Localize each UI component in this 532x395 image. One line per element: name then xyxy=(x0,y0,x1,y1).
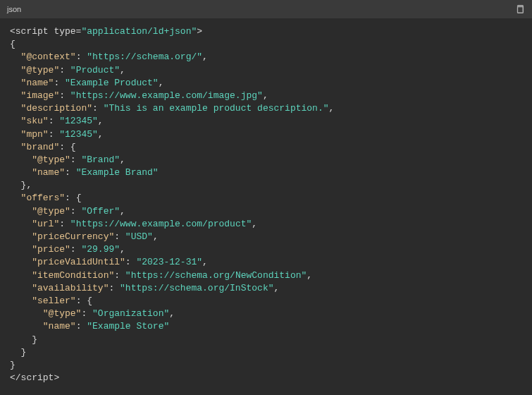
code-line: } xyxy=(10,359,522,372)
script-open-end: > xyxy=(197,26,202,37)
code-line: "image": "https://www.example.com/image.… xyxy=(10,90,522,102)
code-line: "itemCondition": "https://schema.org/New… xyxy=(10,269,522,282)
key-price-valid-until: "priceValidUntil" xyxy=(32,257,125,267)
key-seller-name: "name" xyxy=(43,321,76,332)
val-type: "Product" xyxy=(70,65,120,75)
code-line: "name": "Example Product", xyxy=(10,77,522,90)
val-seller-name: "Example Store" xyxy=(87,321,169,332)
code-line: "seller": { xyxy=(10,295,522,308)
val-context: "https://schema.org/" xyxy=(87,51,202,62)
code-line: "@context": "https://schema.org/", xyxy=(10,51,522,63)
code-block-header: json xyxy=(0,0,532,18)
val-price-currency: "USD" xyxy=(125,231,153,242)
code-line: "brand": { xyxy=(10,141,522,154)
code-line: "sku": "12345", xyxy=(10,115,522,128)
val-image: "https://www.example.com/image.jpg" xyxy=(70,90,263,101)
val-name: "Example Product" xyxy=(65,78,159,88)
key-brand: "brand" xyxy=(21,142,60,152)
key-image: "image" xyxy=(21,90,60,101)
key-price-currency: "priceCurrency" xyxy=(32,231,114,242)
val-offer-type: "Offer" xyxy=(81,206,120,217)
language-label: json xyxy=(7,5,21,13)
code-line: "priceCurrency": "USD", xyxy=(10,231,522,243)
val-seller-type: "Organization" xyxy=(92,308,169,319)
key-availability: "availability" xyxy=(32,283,109,293)
code-line: } xyxy=(10,346,522,359)
code-line: "@type": "Brand", xyxy=(10,154,522,166)
script-close: </script> xyxy=(10,372,59,383)
code-line: </script> xyxy=(10,372,522,384)
key-item-condition: "itemCondition" xyxy=(32,270,114,281)
code-line: "@type": "Offer", xyxy=(10,205,522,218)
code-line: "availability": "https://schema.org/InSt… xyxy=(10,282,522,295)
key-context: "@context" xyxy=(21,51,76,62)
key-brand-type: "@type" xyxy=(32,154,70,165)
code-line: "name": "Example Brand" xyxy=(10,166,522,179)
svg-rect-0 xyxy=(518,7,524,13)
val-sku: "12345" xyxy=(59,116,98,126)
key-offer-type: "@type" xyxy=(32,206,70,217)
val-mpn: "12345" xyxy=(59,129,98,140)
val-description: "This is an example product description.… xyxy=(104,103,329,114)
key-mpn: "mpn" xyxy=(21,129,49,140)
key-name: "name" xyxy=(21,78,54,88)
key-seller-type: "@type" xyxy=(43,308,82,319)
script-type: "application/ld+json" xyxy=(81,26,197,37)
code-line: "offers": { xyxy=(10,192,522,205)
code-line: { xyxy=(10,38,522,51)
val-price-valid-until: "2023-12-31" xyxy=(136,257,202,267)
val-brand-type: "Brand" xyxy=(81,154,120,165)
val-url: "https://www.example.com/product" xyxy=(70,219,252,229)
val-price: "29.99" xyxy=(81,244,120,255)
code-block: <script type="application/ld+json"> { "@… xyxy=(0,18,532,395)
val-availability: "https://schema.org/InStock" xyxy=(120,283,273,293)
code-line: "@type": "Organization", xyxy=(10,308,522,320)
script-open: <script type= xyxy=(10,26,81,37)
code-line: "name": "Example Store" xyxy=(10,320,522,333)
code-line: <script type="application/ld+json"> xyxy=(10,25,522,38)
key-description: "description" xyxy=(21,103,92,114)
code-line: "mpn": "12345", xyxy=(10,128,522,141)
key-type: "@type" xyxy=(21,65,60,75)
code-line: "priceValidUntil": "2023-12-31", xyxy=(10,256,522,269)
code-line: }, xyxy=(10,179,522,192)
key-sku: "sku" xyxy=(21,116,49,126)
code-line: "description": "This is an example produ… xyxy=(10,102,522,115)
key-price: "price" xyxy=(32,244,70,255)
val-brand-name: "Example Brand" xyxy=(76,167,159,178)
code-line: "url": "https://www.example.com/product"… xyxy=(10,218,522,231)
key-url: "url" xyxy=(32,219,59,229)
val-item-condition: "https://schema.org/NewCondition" xyxy=(125,270,307,281)
copy-icon[interactable] xyxy=(515,4,525,14)
key-offers: "offers" xyxy=(21,193,65,203)
key-seller: "seller" xyxy=(32,296,75,306)
key-brand-name: "name" xyxy=(32,167,65,178)
code-line: } xyxy=(10,334,522,346)
code-line: "@type": "Product", xyxy=(10,64,522,77)
code-line: "price": "29.99", xyxy=(10,243,522,256)
